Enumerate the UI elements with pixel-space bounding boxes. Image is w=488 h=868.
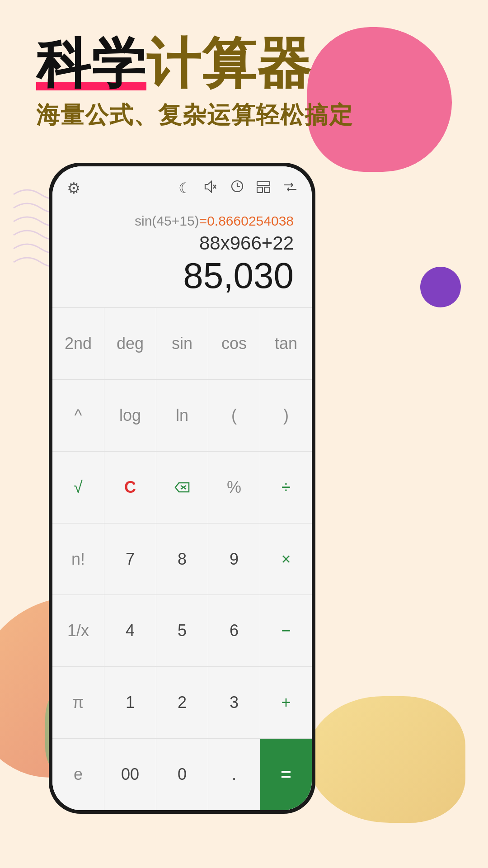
key-double-zero[interactable]: 00 [104, 739, 156, 810]
mute-icon[interactable] [204, 180, 218, 196]
layout-icon[interactable] [257, 180, 270, 197]
key-row-3: √ C % ÷ [52, 452, 312, 524]
display-expression: 88x966+22 [70, 232, 294, 254]
key-e[interactable]: e [52, 739, 104, 810]
phone-inner: ⚙ ☾ sin(45+15)=0.8660254038 [52, 166, 312, 810]
title-part2: 计算器 [146, 36, 312, 90]
display-result: 85,030 [70, 258, 294, 294]
key-minus[interactable]: − [260, 595, 312, 666]
key-equals[interactable]: = [260, 739, 312, 810]
key-close-paren[interactable]: ) [260, 380, 312, 451]
key-factorial[interactable]: n! [52, 524, 104, 595]
calculator-display: sin(45+15)=0.8660254038 88x966+22 85,030 [52, 204, 312, 307]
svg-rect-6 [257, 182, 270, 185]
display-history: sin(45+15)=0.8660254038 [70, 213, 294, 229]
key-2[interactable]: 2 [156, 667, 208, 738]
key-ln[interactable]: ln [156, 380, 208, 451]
topbar-right-icons: ☾ [178, 179, 297, 197]
key-deg[interactable]: deg [104, 308, 156, 379]
key-power[interactable]: ^ [52, 380, 104, 451]
key-3[interactable]: 3 [208, 667, 260, 738]
key-open-paren[interactable]: ( [208, 380, 260, 451]
bg-yellow-blob [307, 696, 465, 823]
phone-frame: ⚙ ☾ sin(45+15)=0.8660254038 [49, 163, 315, 814]
key-row-4: n! 7 8 9 × [52, 524, 312, 595]
key-plus[interactable]: + [260, 667, 312, 738]
key-8[interactable]: 8 [156, 524, 208, 595]
key-sin[interactable]: sin [156, 308, 208, 379]
header: 科学 计算器 海量公式、复杂运算轻松搞定 [36, 36, 353, 131]
key-6[interactable]: 6 [208, 595, 260, 666]
history-expr: sin(45+15) [135, 213, 199, 228]
svg-rect-8 [264, 187, 270, 193]
key-9[interactable]: 9 [208, 524, 260, 595]
key-0[interactable]: 0 [156, 739, 208, 810]
title-part1: 科学 [36, 36, 146, 90]
key-row-2: ^ log ln ( ) [52, 380, 312, 452]
subtitle: 海量公式、复杂运算轻松搞定 [36, 99, 353, 131]
key-tan[interactable]: tan [260, 308, 312, 379]
key-pi[interactable]: π [52, 667, 104, 738]
key-row-1: 2nd deg sin cos tan [52, 308, 312, 380]
key-decimal[interactable]: . [208, 739, 260, 810]
title-line: 科学 计算器 [36, 36, 353, 90]
key-4[interactable]: 4 [104, 595, 156, 666]
history-icon[interactable] [230, 179, 244, 197]
keypad: 2nd deg sin cos tan ^ log ln ( ) √ C [52, 308, 312, 810]
key-percent[interactable]: % [208, 452, 260, 523]
svg-marker-0 [205, 181, 211, 192]
key-cos[interactable]: cos [208, 308, 260, 379]
key-1[interactable]: 1 [104, 667, 156, 738]
svg-marker-9 [175, 483, 189, 492]
key-reciprocal[interactable]: 1/x [52, 595, 104, 666]
key-divide[interactable]: ÷ [260, 452, 312, 523]
key-row-6: π 1 2 3 + [52, 667, 312, 739]
key-log[interactable]: log [104, 380, 156, 451]
key-sqrt[interactable]: √ [52, 452, 104, 523]
bg-purple-circle [420, 267, 461, 307]
key-backspace[interactable] [156, 452, 208, 523]
key-5[interactable]: 5 [156, 595, 208, 666]
key-multiply[interactable]: × [260, 524, 312, 595]
settings-icon[interactable]: ⚙ [67, 179, 80, 197]
calculator-topbar: ⚙ ☾ [52, 166, 312, 204]
moon-icon[interactable]: ☾ [178, 179, 192, 197]
key-7[interactable]: 7 [104, 524, 156, 595]
swap-icon[interactable] [283, 180, 297, 197]
key-clear[interactable]: C [104, 452, 156, 523]
svg-rect-7 [257, 187, 263, 193]
key-row-5: 1/x 4 5 6 − [52, 595, 312, 667]
key-2nd[interactable]: 2nd [52, 308, 104, 379]
key-row-7: e 00 0 . = [52, 739, 312, 810]
history-result: =0.8660254038 [199, 213, 294, 228]
